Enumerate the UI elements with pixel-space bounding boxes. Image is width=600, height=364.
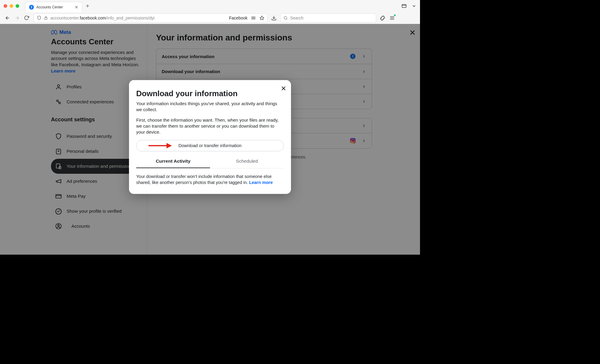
url-text: accountscenter.facebook.com/info_and_per… <box>50 16 154 20</box>
page-content: Meta Accounts Center Manage your connect… <box>0 24 420 255</box>
reload-button[interactable] <box>24 15 30 20</box>
tab-list-icon[interactable] <box>401 3 407 9</box>
search-icon <box>284 16 288 20</box>
bookmark-star-icon[interactable] <box>260 16 264 20</box>
svg-line-12 <box>286 19 287 19</box>
modal-close-icon[interactable]: ✕ <box>281 85 286 93</box>
maximize-window-button[interactable] <box>16 4 19 8</box>
modal-learn-more-link[interactable]: Learn more <box>249 180 273 185</box>
chevron-down-icon[interactable] <box>412 4 416 8</box>
minimize-window-button[interactable] <box>10 4 13 8</box>
modal-paragraph-2: First, choose the information you want. … <box>136 117 284 135</box>
browser-search-box[interactable]: Search <box>280 13 376 22</box>
new-tab-button[interactable]: + <box>86 3 89 10</box>
svg-rect-4 <box>45 18 47 19</box>
svg-point-11 <box>284 16 287 19</box>
browser-toolbar: accountscenter.facebook.com/info_and_per… <box>0 12 420 24</box>
lock-icon <box>44 16 48 20</box>
download-icon[interactable] <box>271 15 277 21</box>
address-bar[interactable]: accountscenter.facebook.com/info_and_per… <box>34 13 268 22</box>
modal-footer-text: Your download or transfer won't include … <box>136 174 284 185</box>
modal-paragraph-1: Your information includes things you've … <box>136 101 284 113</box>
extensions-icon[interactable] <box>380 15 385 21</box>
reader-icon[interactable] <box>251 16 256 20</box>
svg-marker-9 <box>260 16 264 20</box>
url-label: Facebook <box>229 16 248 20</box>
svg-rect-0 <box>402 4 406 8</box>
forward-button[interactable] <box>14 15 20 21</box>
search-placeholder: Search <box>290 16 303 20</box>
back-button[interactable] <box>5 15 11 21</box>
annotation-arrow <box>148 143 172 148</box>
download-info-modal: ✕ Download your information Your informa… <box>129 80 291 194</box>
menu-button[interactable] <box>389 15 395 21</box>
browser-tab[interactable]: f Accounts Center ✕ <box>25 2 82 12</box>
tab-scheduled[interactable]: Scheduled <box>210 155 284 168</box>
modal-tabs: Current Activity Scheduled <box>136 155 284 168</box>
tab-current-activity[interactable]: Current Activity <box>136 155 210 168</box>
browser-tab-bar: f Accounts Center ✕ + <box>0 0 420 12</box>
download-transfer-button[interactable]: Download or transfer information <box>136 140 284 151</box>
tab-close-icon[interactable]: ✕ <box>75 5 78 10</box>
window-controls <box>4 4 19 8</box>
modal-title: Download your information <box>136 89 284 98</box>
close-window-button[interactable] <box>4 4 7 8</box>
tab-title: Accounts Center <box>36 5 72 9</box>
facebook-favicon: f <box>29 5 34 10</box>
shield-icon <box>37 16 41 20</box>
